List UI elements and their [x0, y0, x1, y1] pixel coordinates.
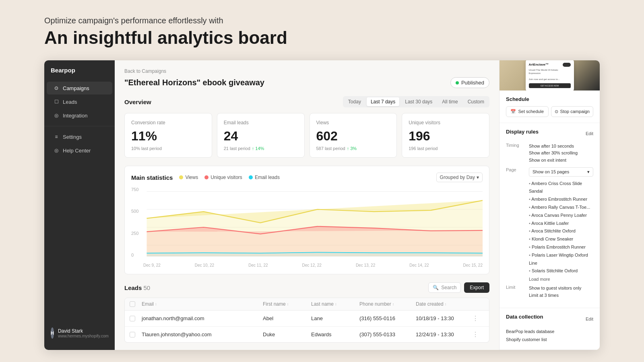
- header-lastname[interactable]: Last name ↕: [311, 301, 359, 307]
- chart-svg: [131, 187, 483, 267]
- filter-today[interactable]: Today: [344, 97, 365, 106]
- row1-checkbox[interactable]: [130, 316, 135, 321]
- leads-actions: 🔍 Search Export: [428, 282, 489, 293]
- display-rules-edit[interactable]: Edit: [586, 131, 593, 136]
- sidebar-item-help[interactable]: ◎ Help Center: [47, 144, 112, 157]
- help-icon: ◎: [53, 147, 60, 154]
- sidebar-divider: [44, 126, 115, 126]
- chart-container: 750 500 250 0 Dec 9, 22 Dec 10, 22 Dec 1…: [131, 187, 483, 267]
- header-phone[interactable]: Phone number ↕: [359, 301, 416, 307]
- filter-custom[interactable]: Custom: [464, 97, 488, 106]
- row1-more[interactable]: ⋮: [472, 315, 484, 322]
- legend-views-dot: [179, 175, 183, 179]
- stat-views-change: ↑ 3%: [347, 146, 357, 151]
- list-item: Aroca Kittlie Loafer: [529, 220, 593, 228]
- data-collection-section: Data collection Edit BearPop leads datab…: [500, 308, 600, 350]
- content-area: Back to Campaigns "Ethereal Horizons" eb…: [115, 60, 499, 350]
- search-box[interactable]: 🔍 Search: [428, 282, 461, 293]
- sidebar-item-settings[interactable]: ≡ Settings: [47, 130, 112, 143]
- sidebar-item-label-settings: Settings: [63, 134, 82, 140]
- stat-visitors-value: 196: [409, 129, 483, 144]
- chart-y-labels: 750 500 250 0: [131, 187, 138, 257]
- row2-checkbox[interactable]: [130, 332, 135, 337]
- sidebar: Bearpop ⊙ Campaigns ☐ Leads ◎ Integratio…: [44, 60, 115, 350]
- preview-card-body: Join now and get access to...: [529, 78, 571, 81]
- sidebar-item-label-campaigns: Campaigns: [63, 85, 89, 91]
- stat-conversion-value: 11%: [131, 129, 205, 144]
- header-date[interactable]: Date created ↕: [416, 301, 472, 307]
- schedule-buttons: 📅 Set schedule ⊙ Stop campaign: [506, 106, 593, 117]
- row2-more[interactable]: ⋮: [472, 331, 484, 338]
- sidebar-item-leads[interactable]: ☐ Leads: [47, 95, 112, 108]
- stat-email-value: 24: [224, 129, 298, 144]
- legend-email: Email leads: [249, 175, 280, 180]
- firstname-sort-icon: ↕: [287, 302, 289, 306]
- app-window: Bearpop ⊙ Campaigns ☐ Leads ◎ Integratio…: [44, 60, 600, 350]
- hero-section: Optimize campaign's performance effortle…: [44, 16, 287, 48]
- stat-views-sub: 587 last period ↑ 3%: [316, 146, 390, 151]
- page-list: Ambero Criss Cross Slide Sandal Ambero E…: [529, 180, 593, 276]
- data-collection-edit[interactable]: Edit: [586, 317, 593, 321]
- stat-views: Views 602 587 last period ↑ 3%: [310, 113, 397, 158]
- preview-card-button: GET ACCESS NOW: [529, 83, 571, 88]
- sidebar-item-campaigns[interactable]: ⊙ Campaigns: [47, 82, 112, 95]
- sidebar-item-label-integration: Integration: [63, 113, 87, 119]
- phone-sort-icon: ↕: [392, 302, 394, 306]
- header-check[interactable]: [130, 301, 142, 307]
- row2-email: Tlauren.johnston@yahoo.com: [142, 331, 263, 337]
- list-item: Ambero Criss Cross Slide Sandal: [529, 180, 593, 196]
- preview-card: ArtEnclave™ Unveil The World Of Artistic…: [526, 60, 574, 90]
- sidebar-user: H David Stark www.hermes.myshopify.com: [44, 323, 115, 343]
- list-item: Ambero Rally Canvas T-Toe...: [529, 204, 593, 212]
- legend-visitors: Unique visitors: [204, 175, 242, 180]
- list-item: Ambero Embrostitch Runner: [529, 195, 593, 204]
- table-header: Email ↕ First name ↕ Last name ↕ Phone n…: [125, 298, 489, 311]
- legend-views: Views: [179, 175, 198, 180]
- status-dot: [456, 81, 459, 84]
- stat-email-leads: Email leads 24 21 last period ↑ 14%: [217, 113, 305, 158]
- page-select[interactable]: Show on 15 pages ▾: [529, 167, 593, 177]
- stat-conversion: Conversion rate 11% 10% last period: [124, 113, 212, 158]
- grouped-by-selector[interactable]: Grouped by Day ▾: [436, 173, 483, 182]
- export-button[interactable]: Export: [464, 282, 489, 293]
- leads-table: Email ↕ First name ↕ Last name ↕ Phone n…: [124, 298, 489, 343]
- row2-date: 12/24/19 - 13:30: [416, 331, 472, 337]
- filter-30days[interactable]: Last 30 days: [401, 97, 436, 106]
- header-email[interactable]: Email ↕: [142, 301, 263, 307]
- data-collection-item: Shopify customer list: [506, 336, 593, 344]
- leads-header: Leads 50 🔍 Search Export: [124, 282, 489, 293]
- load-more[interactable]: Load more: [529, 277, 593, 282]
- list-item: Aroca Canvas Penny Loafer: [529, 212, 593, 220]
- leads-icon: ☐: [53, 99, 60, 105]
- row2-phone: (307) 555-0133: [359, 331, 416, 337]
- row1-email: jonathan.north@gmail.com: [142, 315, 263, 321]
- select-all-checkbox[interactable]: [130, 301, 135, 307]
- header-firstname[interactable]: First name ↕: [263, 301, 311, 307]
- right-panel: ArtEnclave™ Unveil The World Of Artistic…: [499, 60, 600, 350]
- stat-conversion-label: Conversion rate: [131, 120, 205, 125]
- stat-views-label: Views: [316, 120, 390, 125]
- breadcrumb[interactable]: Back to Campaigns: [124, 68, 489, 74]
- search-placeholder: Search: [441, 285, 456, 290]
- chart-legend: Main statistics Views Unique visitors Em…: [131, 174, 280, 181]
- user-info: David Stark www.hermes.myshopify.com: [58, 328, 109, 338]
- filter-alltime[interactable]: All time: [438, 97, 462, 106]
- list-item: Polaris Laser Wingtip Oxford Line: [529, 251, 593, 267]
- page-header: "Ethereal Horizons" ebook giveaway Publi…: [124, 77, 489, 88]
- page-row: Page Show on 15 pages ▾ Ambero Criss Cro…: [506, 167, 593, 282]
- stat-visitors: Unique visitors 196 196 last period: [402, 113, 489, 158]
- schedule-section: Schedule 📅 Set schedule ⊙ Stop campaign: [500, 90, 600, 123]
- list-item: Polaris Embrostitch Runner: [529, 243, 593, 251]
- status-badge: Published: [450, 77, 489, 88]
- user-email: www.hermes.myshopify.com: [58, 334, 109, 338]
- chevron-down-icon: ▾: [587, 169, 590, 175]
- set-schedule-button[interactable]: 📅 Set schedule: [506, 106, 549, 117]
- row1-lastname: Lane: [311, 315, 359, 321]
- sidebar-item-integration[interactable]: ◎ Integration: [47, 109, 112, 122]
- data-collection-title: Data collection: [506, 314, 543, 320]
- settings-icon: ≡: [53, 134, 60, 140]
- calendar-icon: 📅: [510, 109, 516, 114]
- search-icon: 🔍: [433, 285, 439, 290]
- filter-7days[interactable]: Last 7 days: [367, 97, 399, 106]
- stop-campaign-button[interactable]: ⊙ Stop campaign: [551, 106, 594, 117]
